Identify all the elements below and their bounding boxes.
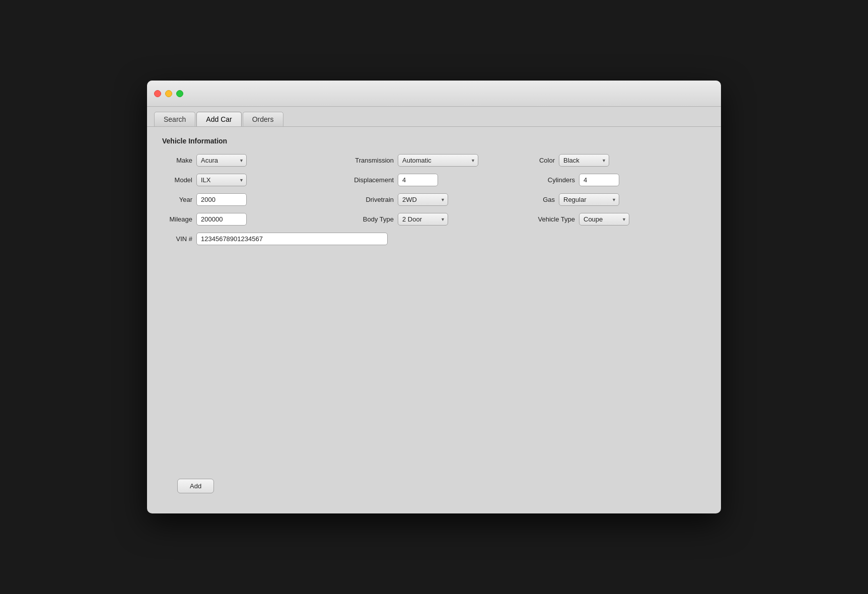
spacer [162,252,706,360]
vin-group: VIN # [162,233,388,245]
content-area: Search Add Car Orders Vehicle Informatio… [147,107,721,513]
make-select[interactable]: Acura BMW Ford Honda Toyota [196,154,247,167]
mileage-label: Mileage [162,215,192,223]
drivetrain-select-wrapper: 2WD 4WD AWD [398,193,448,206]
col-left: Make Acura BMW Ford Honda Toyota [162,154,343,167]
color-group: Color Black White Silver Red Blue [525,154,706,167]
color-select[interactable]: Black White Silver Red Blue [559,154,609,167]
vin-label: VIN # [162,235,192,243]
transmission-group: Transmission Automatic Manual CVT [343,154,525,167]
col-mid: Transmission Automatic Manual CVT [343,154,525,167]
close-button[interactable] [154,90,161,97]
drivetrain-select[interactable]: 2WD 4WD AWD [398,193,448,206]
col-right-3: Gas Regular Premium Diesel Electric [525,193,706,206]
year-label: Year [162,196,192,203]
transmission-select-wrapper: Automatic Manual CVT [398,154,478,167]
row-1: Make Acura BMW Ford Honda Toyota [162,154,706,167]
cylinders-group: Cylinders [525,174,706,186]
col-right-2: Cylinders [525,174,706,186]
row-3: Year Drivetrain 2WD 4WD AWD [162,193,706,206]
vehicle-type-group: Vehicle Type Coupe Sedan SUV Truck Van [525,213,706,226]
form-area: Vehicle Information Make Acura BMW Ford … [147,127,721,513]
minimize-button[interactable] [165,90,172,97]
color-select-wrapper: Black White Silver Red Blue [559,154,609,167]
titlebar [147,81,721,107]
add-button[interactable]: Add [177,479,214,493]
tab-add-car[interactable]: Add Car [196,112,241,126]
cylinders-input[interactable] [579,174,619,186]
model-select-wrapper: ILX MDX RDX TLX NSX [196,174,247,186]
col-left-2: Model ILX MDX RDX TLX NSX [162,174,343,186]
vin-input[interactable] [196,233,388,245]
body-type-group: Body Type 2 Door 4 Door SUV Truck [343,213,525,226]
transmission-label: Transmission [343,157,394,164]
footer: Add [162,360,706,503]
year-input[interactable] [196,193,247,206]
displacement-group: Displacement [343,174,525,186]
vehicle-type-label: Vehicle Type [525,215,575,223]
body-type-label: Body Type [343,215,394,223]
col-left-3: Year [162,193,343,206]
gas-select[interactable]: Regular Premium Diesel Electric [559,193,619,206]
displacement-input[interactable] [398,174,438,186]
col-mid-4: Body Type 2 Door 4 Door SUV Truck [343,213,525,226]
section-title: Vehicle Information [162,137,706,145]
model-label: Model [162,176,192,184]
body-type-select[interactable]: 2 Door 4 Door SUV Truck [398,213,448,226]
row-2: Model ILX MDX RDX TLX NSX [162,174,706,186]
col-mid-3: Drivetrain 2WD 4WD AWD [343,193,525,206]
transmission-select[interactable]: Automatic Manual CVT [398,154,478,167]
make-label: Make [162,157,192,164]
make-select-wrapper: Acura BMW Ford Honda Toyota [196,154,247,167]
vehicle-type-select[interactable]: Coupe Sedan SUV Truck Van [579,213,629,226]
drivetrain-group: Drivetrain 2WD 4WD AWD [343,193,525,206]
tab-search[interactable]: Search [154,112,195,126]
gas-select-wrapper: Regular Premium Diesel Electric [559,193,619,206]
row-4: Mileage Body Type 2 Door 4 Door SUV Truc… [162,213,706,226]
color-label: Color [525,157,555,164]
body-type-select-wrapper: 2 Door 4 Door SUV Truck [398,213,448,226]
col-right: Color Black White Silver Red Blue [525,154,706,167]
year-group: Year [162,193,343,206]
tab-orders[interactable]: Orders [243,112,283,126]
gas-group: Gas Regular Premium Diesel Electric [525,193,706,206]
col-left-4: Mileage [162,213,343,226]
model-select[interactable]: ILX MDX RDX TLX NSX [196,174,247,186]
cylinders-label: Cylinders [525,176,575,184]
gas-label: Gas [525,196,555,203]
col-mid-2: Displacement [343,174,525,186]
tab-bar: Search Add Car Orders [147,107,721,127]
main-window: Search Add Car Orders Vehicle Informatio… [147,81,721,513]
row-5: VIN # [162,233,706,245]
maximize-button[interactable] [176,90,183,97]
make-group: Make Acura BMW Ford Honda Toyota [162,154,343,167]
drivetrain-label: Drivetrain [343,196,394,203]
model-group: Model ILX MDX RDX TLX NSX [162,174,343,186]
displacement-label: Displacement [343,176,394,184]
traffic-lights [154,90,183,97]
col-right-4: Vehicle Type Coupe Sedan SUV Truck Van [525,213,706,226]
mileage-input[interactable] [196,213,247,226]
mileage-group: Mileage [162,213,343,226]
vehicle-type-select-wrapper: Coupe Sedan SUV Truck Van [579,213,629,226]
